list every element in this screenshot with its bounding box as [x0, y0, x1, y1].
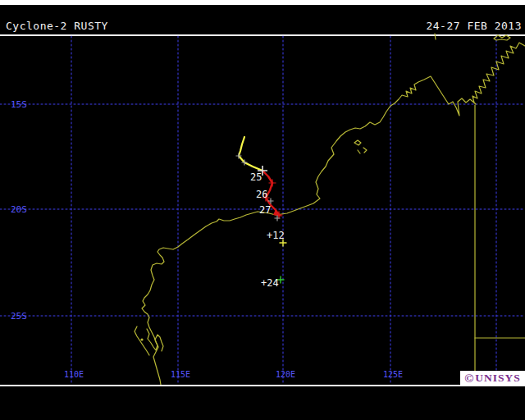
- coastline-path-5: [358, 150, 360, 153]
- lon-label-120E: 120E: [276, 370, 295, 379]
- forecast-label-+24: +24: [261, 277, 279, 289]
- day-label-27: 27: [259, 204, 271, 216]
- unisys-logo: © UNISYS: [460, 371, 525, 386]
- lon-label-115E: 115E: [171, 370, 190, 379]
- lat-label-25S: 25S: [11, 311, 27, 322]
- coastline-path-4: [363, 148, 367, 153]
- cyclone-tracking-screen: Cyclone-2 RUSTY 24-27 FEB 2013 15S20S25S…: [0, 0, 525, 420]
- track-observed-early: [239, 137, 262, 171]
- coastline-path-3: [354, 140, 361, 145]
- day-label-25: 25: [250, 171, 262, 183]
- lat-label-15S: 15S: [11, 99, 27, 110]
- cyclone-track-map: 15S20S25S110E115E120E125E252627+12+24: [0, 0, 525, 420]
- islet-dot: [140, 338, 143, 340]
- unisys-logo-text: UNISYS: [475, 372, 521, 384]
- forecast-label-+12: +12: [267, 230, 285, 241]
- coastline-path-0: [142, 43, 525, 385]
- lon-label-110E: 110E: [64, 370, 84, 379]
- bottom-frame-line: [0, 385, 525, 386]
- copyright-icon: ©: [464, 372, 473, 385]
- coastline-path-2: [435, 34, 436, 39]
- lat-label-20S: 20S: [11, 204, 27, 215]
- lon-label-125E: 125E: [383, 370, 403, 379]
- day-label-26: 26: [256, 189, 267, 200]
- coastline-path-7: [147, 329, 163, 351]
